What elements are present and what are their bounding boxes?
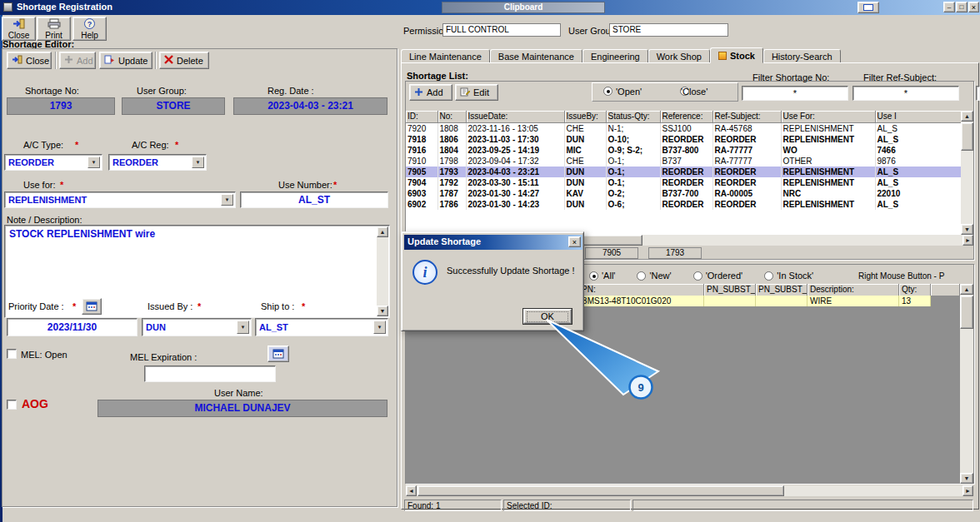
use-number-input[interactable]: AL_ST	[240, 191, 388, 208]
cell: 7918	[406, 134, 438, 145]
cell: B737-700	[660, 188, 712, 199]
mel-expiration-calendar-button[interactable]	[268, 346, 289, 362]
note-scrollbar[interactable]: ▲ ▼	[377, 226, 388, 316]
column-header[interactable]: Ref-Subject:	[712, 111, 781, 122]
toolbar-close-button[interactable]: Close	[2, 17, 36, 41]
shortage-table-vscrollbar[interactable]: ▲ ▼	[961, 111, 973, 235]
editor-update-button[interactable]: Update	[99, 52, 152, 69]
editor-close-button[interactable]: Close	[7, 52, 52, 69]
scroll-thumb[interactable]	[961, 122, 973, 151]
scroll-up-icon[interactable]: ▲	[961, 111, 973, 122]
scroll-right-icon[interactable]: ►	[962, 235, 973, 246]
issued-by-select[interactable]: DUN ▼	[142, 318, 252, 336]
radio-label: 'Ordered'	[706, 271, 743, 281]
column-header[interactable]: Use For:	[781, 111, 875, 122]
scroll-right-icon[interactable]: ►	[962, 485, 973, 496]
stock-filter-radio[interactable]: 'In Stock'	[764, 271, 813, 281]
editor-delete-button[interactable]: Delete	[159, 52, 209, 69]
info-icon: i	[412, 260, 438, 285]
filter-ref-subject-input[interactable]: *	[852, 86, 959, 101]
column-header[interactable]: ID:	[406, 111, 438, 122]
shortage-row[interactable]: 690217862023-01-30 - 14:23DUNO-6;REORDER…	[406, 199, 961, 210]
selected-id-box: 7905	[585, 247, 638, 259]
priority-date-input[interactable]: 2023/11/30	[7, 318, 138, 336]
cell: SSJ100	[660, 122, 712, 134]
shortage-row[interactable]: 791017982023-09-04 - 17:32CHEO-1;B737RA-…	[406, 156, 961, 167]
shortage-row[interactable]: 792018082023-11-16 - 13:05CHEN-1;SSJ100R…	[406, 122, 961, 134]
chevron-down-icon[interactable]: ▼	[237, 321, 249, 334]
scroll-left-icon[interactable]: ◄	[406, 485, 417, 496]
tab-engineering[interactable]: Engineering	[582, 49, 648, 63]
editor-add-button[interactable]: Add	[59, 52, 96, 69]
scroll-down-icon[interactable]: ▼	[377, 306, 388, 316]
shortage-row[interactable]: 791618042023-09-25 - 14:19MICO-9; S-2;B7…	[406, 145, 961, 156]
ac-type-value: REORDER	[8, 157, 54, 167]
scroll-down-icon[interactable]: ▼	[960, 473, 973, 484]
scroll-thumb[interactable]	[960, 296, 973, 329]
scroll-down-icon[interactable]: ▼	[961, 224, 973, 235]
use-for-select[interactable]: REPLENISHMENT ▼	[4, 191, 236, 208]
mel-open-checkbox[interactable]	[7, 349, 17, 359]
scroll-thumb[interactable]	[418, 485, 784, 496]
toolbar-separator	[155, 52, 157, 69]
close-window-button[interactable]: ×	[968, 2, 979, 12]
ac-type-select[interactable]: REORDER ▼	[4, 154, 102, 171]
dialog-close-button[interactable]: ×	[568, 236, 581, 247]
shortage-add-button[interactable]: Add	[409, 84, 452, 101]
cell: 2023-11-03 - 17:30	[466, 134, 564, 145]
ship-to-select[interactable]: AL_ST ▼	[255, 318, 388, 336]
issued-by-label: Issued By :	[148, 301, 192, 311]
toolbar-print-button[interactable]: Print	[37, 17, 71, 41]
cell: 2023-04-03 - 23:21	[466, 167, 564, 177]
tab-history-search[interactable]: History-Search	[763, 49, 841, 63]
tab-stock[interactable]: Stock	[710, 47, 763, 63]
shortage-row[interactable]: 690317872023-01-30 - 14:27KAVO-2;B737-70…	[406, 188, 961, 199]
stock-filter-radio[interactable]: 'Ordered'	[693, 271, 743, 281]
chevron-down-icon[interactable]: ▼	[192, 157, 204, 168]
column-header[interactable]: No:	[438, 111, 466, 122]
shortage-row[interactable]: 790417922023-03-30 - 15:11DUNO-1;REORDER…	[406, 177, 961, 188]
titlebar-tool-button[interactable]	[858, 2, 879, 13]
toolbar-help-button[interactable]: ? Help	[72, 17, 107, 41]
chevron-down-icon[interactable]: ▼	[88, 157, 100, 168]
mel-expiration-input[interactable]	[144, 365, 276, 382]
stock-filter-radio[interactable]: 'New'	[637, 271, 671, 281]
right-mouse-hint: Right Mouse Button - P	[858, 271, 944, 281]
chevron-down-icon[interactable]: ▼	[221, 194, 233, 206]
column-header: Qty:	[899, 284, 931, 296]
shortage-edit-button[interactable]: Edit	[455, 84, 498, 101]
chevron-down-icon[interactable]: ▼	[373, 321, 386, 334]
cell: REORDER	[712, 199, 781, 210]
radio-icon	[693, 271, 702, 281]
priority-date-calendar-button[interactable]	[82, 298, 102, 315]
dialog-ok-button[interactable]: OK	[523, 309, 572, 324]
radio-open[interactable]	[603, 87, 612, 96]
column-header[interactable]: Use I	[875, 111, 961, 122]
cell: REORDER	[660, 167, 712, 177]
tab-work-shop[interactable]: Work Shop	[648, 49, 710, 63]
parts-table-hscrollbar[interactable]: ◄ ►	[406, 485, 973, 496]
column-header[interactable]: Status-Qty:	[606, 111, 660, 122]
scroll-up-icon[interactable]: ▲	[960, 284, 973, 295]
shortage-row[interactable]: 790517932023-04-03 - 23:21DUNO-1;REORDER…	[406, 167, 961, 177]
filter-shortage-no-input[interactable]: *	[742, 86, 848, 101]
tab-line-maintenance[interactable]: Line Maintenance	[401, 49, 490, 63]
column-header[interactable]: IssueDate:	[466, 111, 564, 122]
stock-filter-radio[interactable]: 'All'	[589, 271, 615, 281]
shortage-row[interactable]: 791818062023-11-03 - 17:30DUNO-10;REORDE…	[406, 134, 961, 145]
clipboard-window-titlebar[interactable]: Clipboard	[442, 2, 605, 13]
parts-table-vscrollbar[interactable]: ▲ ▼	[960, 284, 973, 484]
column-header[interactable]: IssueBy:	[564, 111, 606, 122]
cell: REPLENISHMENT	[781, 177, 875, 188]
scroll-up-icon[interactable]: ▲	[377, 226, 388, 237]
maximize-button[interactable]: □	[956, 2, 968, 12]
ac-reg-select[interactable]: REORDER ▼	[108, 154, 207, 171]
tab-label: Stock	[730, 51, 755, 61]
minimize-button[interactable]: –	[943, 2, 955, 12]
shortage-list-section-label: Shortage List:	[407, 71, 468, 81]
filter-input-sliver[interactable]	[976, 86, 980, 101]
tab-base-maintenance[interactable]: Base Maintenance	[490, 49, 582, 63]
tab-label: History-Search	[772, 52, 832, 62]
aog-checkbox[interactable]	[7, 400, 17, 410]
column-header[interactable]: Reference:	[660, 111, 712, 122]
